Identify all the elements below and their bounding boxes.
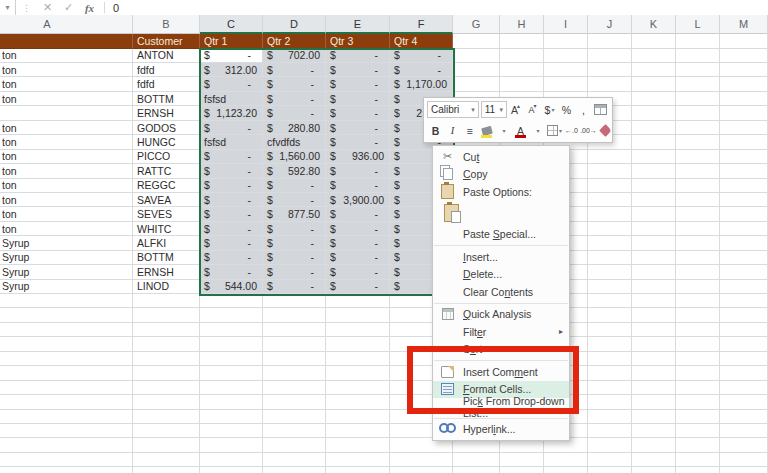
- cell[interactable]: [588, 294, 632, 308]
- cell[interactable]: [200, 337, 263, 351]
- cell[interactable]: [720, 381, 768, 395]
- column-header-E[interactable]: E: [326, 15, 390, 34]
- cell[interactable]: [0, 410, 133, 424]
- cell[interactable]: [720, 34, 768, 49]
- cell[interactable]: [200, 410, 263, 424]
- fill-color-icon[interactable]: [479, 122, 494, 139]
- cell[interactable]: [588, 236, 632, 250]
- cell[interactable]: $280.80: [263, 121, 326, 135]
- cell[interactable]: [0, 381, 133, 395]
- cell[interactable]: [720, 49, 768, 63]
- enter-icon[interactable]: ✓: [58, 1, 79, 14]
- cell[interactable]: [588, 438, 632, 452]
- cell[interactable]: [326, 395, 390, 409]
- cell[interactable]: [133, 308, 200, 322]
- cell[interactable]: [133, 467, 200, 473]
- chevron-down-icon[interactable]: ▾: [496, 122, 511, 139]
- cell[interactable]: [676, 193, 720, 207]
- cell[interactable]: [0, 424, 133, 438]
- cell[interactable]: [263, 294, 326, 308]
- cell[interactable]: [588, 308, 632, 322]
- cell[interactable]: ton: [0, 77, 133, 91]
- cell[interactable]: [0, 337, 133, 351]
- cell[interactable]: [588, 63, 632, 77]
- cell[interactable]: [133, 410, 200, 424]
- cell[interactable]: $-: [326, 236, 390, 250]
- menu-item-quick-analysis[interactable]: Quick Analysis: [433, 306, 569, 324]
- cell[interactable]: [720, 92, 768, 106]
- cell[interactable]: [676, 453, 720, 467]
- cell[interactable]: $-: [200, 179, 263, 193]
- cell[interactable]: [720, 280, 768, 294]
- cell[interactable]: $-: [200, 121, 263, 135]
- cell[interactable]: [326, 438, 390, 452]
- cell[interactable]: [632, 280, 676, 294]
- cell[interactable]: [200, 381, 263, 395]
- cell[interactable]: [720, 265, 768, 279]
- cell[interactable]: cfvdfds: [263, 135, 326, 149]
- cell[interactable]: $-: [263, 222, 326, 236]
- column-header-F[interactable]: F: [390, 15, 453, 34]
- cell[interactable]: [588, 453, 632, 467]
- cell[interactable]: [720, 179, 768, 193]
- cell[interactable]: [326, 381, 390, 395]
- cell[interactable]: RATTC: [133, 164, 200, 178]
- cell[interactable]: [676, 135, 720, 149]
- cell[interactable]: $-: [263, 265, 326, 279]
- cell[interactable]: [588, 150, 632, 164]
- cell[interactable]: [720, 410, 768, 424]
- cell[interactable]: [326, 337, 390, 351]
- cell[interactable]: $-: [263, 179, 326, 193]
- cell[interactable]: [720, 106, 768, 120]
- cell[interactable]: [632, 193, 676, 207]
- cell[interactable]: [500, 77, 544, 91]
- menu-item-cut[interactable]: ✂Cut: [433, 148, 569, 166]
- cell[interactable]: ton: [0, 207, 133, 221]
- cell[interactable]: [676, 150, 720, 164]
- cell[interactable]: [720, 438, 768, 452]
- cell[interactable]: [326, 453, 390, 467]
- cell[interactable]: [720, 337, 768, 351]
- menu-item-sort[interactable]: Sort▸: [433, 341, 569, 359]
- cell[interactable]: [720, 251, 768, 265]
- cell[interactable]: [588, 77, 632, 91]
- cell[interactable]: [632, 308, 676, 322]
- cell[interactable]: [632, 236, 676, 250]
- cell[interactable]: $-: [200, 150, 263, 164]
- column-header-A[interactable]: A: [0, 15, 133, 34]
- cell[interactable]: [632, 265, 676, 279]
- cell[interactable]: [263, 395, 326, 409]
- cell[interactable]: [632, 164, 676, 178]
- cell[interactable]: $544.00: [200, 280, 263, 294]
- cell[interactable]: [326, 294, 390, 308]
- cell[interactable]: [676, 467, 720, 473]
- cell[interactable]: [720, 366, 768, 380]
- cell[interactable]: [588, 193, 632, 207]
- cell[interactable]: ton: [0, 49, 133, 63]
- cell[interactable]: [720, 164, 768, 178]
- cell[interactable]: ANTON: [133, 49, 200, 63]
- cell[interactable]: [632, 294, 676, 308]
- cell[interactable]: $-: [326, 280, 390, 294]
- cell[interactable]: [453, 467, 500, 473]
- cell[interactable]: [720, 323, 768, 337]
- cell[interactable]: [676, 308, 720, 322]
- cell[interactable]: [544, 34, 588, 49]
- center-align-icon[interactable]: ≡: [462, 122, 477, 139]
- cell[interactable]: [676, 410, 720, 424]
- cell[interactable]: [133, 381, 200, 395]
- cell[interactable]: $3,900.00: [326, 193, 390, 207]
- cell[interactable]: $-: [200, 222, 263, 236]
- cell[interactable]: ton: [0, 92, 133, 106]
- cell[interactable]: $592.80: [263, 164, 326, 178]
- cell[interactable]: [632, 63, 676, 77]
- cell[interactable]: $1,560.00: [263, 150, 326, 164]
- menu-item-paste-special[interactable]: Paste Special...: [433, 226, 569, 244]
- cell[interactable]: $312.00: [200, 63, 263, 77]
- cell[interactable]: [263, 438, 326, 452]
- cell[interactable]: [676, 424, 720, 438]
- cell[interactable]: Syrup: [0, 236, 133, 250]
- cell[interactable]: [500, 34, 544, 49]
- cell[interactable]: [720, 424, 768, 438]
- cell[interactable]: $-: [263, 106, 326, 120]
